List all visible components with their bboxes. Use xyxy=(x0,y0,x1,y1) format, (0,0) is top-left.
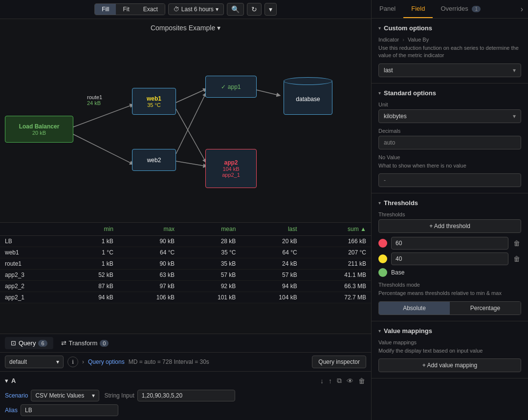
cell-max: 97 kB xyxy=(118,281,179,292)
toolbar: Fill Fit Exact ⏱ Last 6 hours ▾ 🔍 ↻ ▾ xyxy=(0,0,371,19)
tab-overrides[interactable]: Overrides 1 xyxy=(433,0,488,18)
tab-transform[interactable]: ⇄ Transform 0 xyxy=(55,337,115,349)
value-mappings-header[interactable]: ▾ Value mappings xyxy=(378,327,521,335)
node-app1-label1: ✓ app1 xyxy=(221,84,241,90)
threshold-value-1[interactable] xyxy=(391,237,508,250)
node-load-balancer[interactable]: Load Balancer 20 kB xyxy=(5,116,73,143)
cell-name: app2_3 xyxy=(0,270,64,281)
col-last[interactable]: last xyxy=(241,223,302,236)
tab-field[interactable]: Field xyxy=(403,0,433,18)
percentage-mode-button[interactable]: Percentage xyxy=(450,302,521,315)
exact-button[interactable]: Exact xyxy=(136,4,165,15)
cell-sum: 211 kB xyxy=(302,258,371,270)
col-name[interactable] xyxy=(0,223,64,236)
datasource-select[interactable]: default ▾ xyxy=(5,356,64,368)
standard-options-section: ▾ Standard options Unit kilobytes ▾ Deci… xyxy=(372,84,528,193)
add-value-mapping-button[interactable]: + Add value mapping xyxy=(378,358,521,372)
refresh-icon[interactable]: ↻ xyxy=(247,3,262,16)
node-web1[interactable]: web1 35 °C xyxy=(132,88,176,115)
custom-options-header[interactable]: ▾ Custom options xyxy=(378,24,521,32)
query-a-section: ▾ A ↓ ↑ ⧉ 👁 🗑 Scenario CSV Metric Values… xyxy=(0,371,371,420)
node-app2[interactable]: app2 104 kB app2_1 xyxy=(205,149,257,188)
transform-icon: ⇄ xyxy=(61,339,66,347)
toggle-visibility-button[interactable]: 👁 xyxy=(346,376,354,386)
transform-count: 0 xyxy=(100,340,109,347)
node-web1-label2: 35 °C xyxy=(147,102,161,108)
node-database[interactable]: database xyxy=(279,76,337,120)
cell-min: 1 kB xyxy=(64,258,118,270)
more-button[interactable]: › xyxy=(516,0,528,18)
left-panel: Fill Fit Exact ⏱ Last 6 hours ▾ 🔍 ↻ ▾ Co… xyxy=(0,0,372,420)
fill-button[interactable]: Fill xyxy=(95,4,116,15)
zoom-icon[interactable]: 🔍 xyxy=(227,3,244,16)
node-web2[interactable]: web2 xyxy=(132,149,176,171)
string-input-field[interactable] xyxy=(137,390,235,401)
value-mappings-label: Value mappings xyxy=(378,339,521,345)
collapse-icon[interactable]: ▾ xyxy=(5,377,8,384)
col-sum[interactable]: sum ▲ xyxy=(302,223,371,236)
bottom-tabs: ⊡ Query 6 ⇄ Transform 0 xyxy=(0,334,371,352)
query-chevron: › xyxy=(82,358,84,365)
absolute-mode-button[interactable]: Absolute xyxy=(379,302,450,315)
duplicate-button[interactable]: ⧉ xyxy=(336,376,343,386)
cell-mean: 92 kB xyxy=(179,281,241,292)
col-max[interactable]: max xyxy=(118,223,179,236)
add-threshold-button[interactable]: + Add threshold xyxy=(378,219,521,233)
unit-label: Unit xyxy=(378,102,521,107)
cell-name: app2_2 xyxy=(0,281,64,292)
time-range-button[interactable]: ⏱ Last 6 hours ▾ xyxy=(168,3,224,15)
cell-min: 1 °C xyxy=(64,247,118,258)
query-options-link[interactable]: Query options xyxy=(88,358,125,365)
cell-mean: 101 kB xyxy=(179,292,241,303)
node-db-label: database xyxy=(296,96,320,103)
node-app1[interactable]: ✓ app1 xyxy=(205,76,257,98)
cell-last: 94 kB xyxy=(241,281,302,292)
cell-sum: 207 °C xyxy=(302,247,371,258)
svg-line-0 xyxy=(73,105,132,127)
tab-query[interactable]: ⊡ Query 6 xyxy=(5,337,53,349)
threshold-delete-1[interactable]: 🗑 xyxy=(512,238,521,248)
canvas-title[interactable]: Composites Example ▾ xyxy=(0,19,371,37)
value-mappings-chevron: ▾ xyxy=(378,328,381,334)
clock-icon: ⏱ xyxy=(174,6,179,13)
no-value-input[interactable]: - xyxy=(378,173,521,187)
scenario-field-group: Scenario CSV Metric Values ▾ xyxy=(5,390,99,401)
thresholds-header[interactable]: ▾ Thresholds xyxy=(378,199,521,207)
query-info-button[interactable]: ℹ xyxy=(67,357,78,367)
alias-label: Alias xyxy=(5,407,18,414)
query-icon: ⊡ xyxy=(11,339,16,347)
cell-min: 87 kB xyxy=(64,281,118,292)
query-inspector-button[interactable]: Query inspector xyxy=(312,356,366,368)
unit-dropdown[interactable]: kilobytes ▾ xyxy=(378,109,521,123)
dropdown-icon[interactable]: ▾ xyxy=(264,3,277,16)
svg-line-1 xyxy=(73,134,132,164)
view-mode-group: Fill Fit Exact xyxy=(94,3,165,15)
node-web1-label1: web1 xyxy=(147,95,161,102)
col-min[interactable]: min xyxy=(64,223,118,236)
remove-query-button[interactable]: 🗑 xyxy=(357,376,366,386)
threshold-delete-2[interactable]: 🗑 xyxy=(512,254,521,264)
node-app2-label2: 104 kB xyxy=(222,166,239,172)
threshold-base-color[interactable] xyxy=(378,268,387,277)
decimals-input[interactable]: auto xyxy=(378,136,521,149)
chevron-down-icon: ▾ xyxy=(216,6,219,13)
no-value-placeholder: - xyxy=(384,177,386,184)
alias-input[interactable] xyxy=(21,404,118,416)
fit-button[interactable]: Fit xyxy=(116,4,136,15)
standard-options-header[interactable]: ▾ Standard options xyxy=(378,89,521,97)
move-up-button[interactable]: ↑ xyxy=(328,376,333,386)
threshold-color-2[interactable] xyxy=(378,254,387,263)
move-down-button[interactable]: ↓ xyxy=(319,376,325,386)
cell-last: 57 kB xyxy=(241,270,302,281)
scenario-select[interactable]: CSV Metric Values ▾ xyxy=(31,390,99,401)
threshold-color-1[interactable] xyxy=(378,239,387,248)
tab-panel[interactable]: Panel xyxy=(372,0,403,18)
query-a-header-left: ▾ A xyxy=(5,377,16,384)
value-by-dropdown[interactable]: last ▾ xyxy=(378,63,521,77)
cell-sum: 166 kB xyxy=(302,236,371,247)
table-row: app2_194 kB106 kB101 kB104 kB72.7 MB xyxy=(0,292,371,303)
no-value-description: What to show when there is no value xyxy=(378,162,521,169)
threshold-value-2[interactable] xyxy=(391,252,508,265)
tab-overrides-label: Overrides xyxy=(440,5,468,12)
col-mean[interactable]: mean xyxy=(179,223,241,236)
